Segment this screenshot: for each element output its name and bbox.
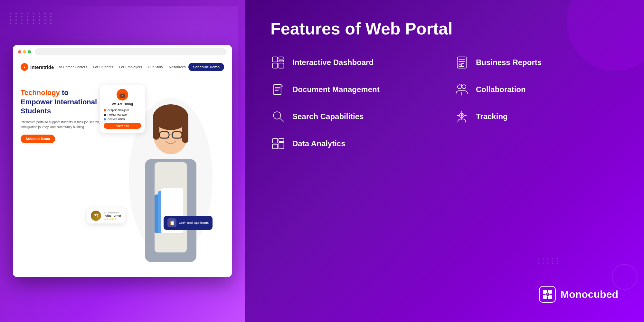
svg-rect-6 — [182, 114, 188, 143]
nav-resources[interactable]: Resources — [169, 65, 186, 69]
job-dot-1 — [104, 114, 106, 116]
feature-item-search-capabilities: Search Capabilities — [270, 109, 435, 124]
feature-item-interactive-dashboard: Interactive Dashboard — [270, 55, 435, 70]
nav-our-story[interactable]: Our Story — [148, 65, 163, 69]
svg-point-32 — [273, 112, 281, 119]
reports-icon — [454, 55, 469, 70]
site-logo: ▲ Interstride — [21, 63, 54, 71]
profile-card: PT 5 k Followers Paige Turner ★★★★★ — [87, 208, 125, 223]
feature-label-tracking: Tracking — [476, 112, 508, 121]
browser-dot-yellow — [23, 50, 26, 53]
profile-name: Paige Turner — [104, 214, 121, 217]
profile-avatar: PT — [91, 211, 101, 221]
job-dot-0 — [104, 109, 106, 111]
feature-label-business-reports: Business Reports — [476, 58, 542, 67]
feature-label-search-capabilities: Search Capabilities — [292, 112, 364, 121]
features-title: Features of Web Portal — [270, 19, 618, 39]
nav-students[interactable]: For Students — [93, 65, 113, 69]
svg-rect-24 — [274, 84, 281, 95]
hero-left: Technology toEmpower InternationalStuden… — [21, 82, 111, 262]
feature-item-tracking: Tracking — [454, 109, 618, 124]
browser-mockup: ▲ Interstride For Career Centers For Stu… — [13, 45, 232, 277]
browser-dots — [18, 50, 31, 53]
svg-rect-43 — [279, 142, 284, 148]
monocubed-brand: M Monocubed — [270, 286, 618, 303]
document-icon — [270, 82, 286, 97]
feature-label-interactive-dashboard: Interactive Dashboard — [292, 58, 374, 67]
job-card-title: We Are Hiring — [104, 102, 141, 106]
svg-point-29 — [462, 85, 466, 89]
applicants-badge-text: 180+ Total Applicants — [179, 221, 209, 224]
feature-item-data-analytics: Data Analytics — [270, 136, 435, 151]
svg-point-28 — [458, 85, 461, 89]
hero-title: Technology toEmpower InternationalStuden… — [21, 88, 111, 116]
svg-rect-15 — [279, 60, 284, 62]
job-item-2: Content Writer — [104, 118, 141, 121]
applicants-badge: 📋 180+ Total Applicants — [164, 216, 213, 230]
feature-label-document-management: Document Management — [292, 85, 380, 94]
profile-info: 5 k Followers Paige Turner ★★★★★ — [104, 211, 121, 221]
apply-now-button[interactable]: Apply Now — [104, 123, 141, 129]
feature-label-collaboration: Collaboration — [476, 85, 526, 94]
collaboration-icon — [454, 82, 469, 97]
site-nav: For Career Centers For Students For Empl… — [57, 65, 186, 69]
profile-followers: 5 k Followers — [104, 211, 121, 214]
logo-icon: ▲ — [21, 63, 28, 71]
tracking-icon — [454, 109, 469, 124]
svg-line-33 — [280, 118, 283, 122]
feature-item-business-reports: Business Reports — [454, 55, 618, 70]
svg-rect-16 — [273, 63, 278, 68]
right-panel: Features of Web Portal Interactive Dashb… — [245, 0, 644, 322]
svg-rect-5 — [153, 114, 159, 140]
feature-label-data-analytics: Data Analytics — [292, 139, 346, 148]
monocubed-logo-svg: M — [542, 289, 553, 299]
hero-cta-button[interactable]: Schedule Demo — [21, 135, 55, 143]
job-name-1: Project Manager — [108, 113, 128, 116]
nav-career-centers[interactable]: For Career Centers — [57, 65, 87, 69]
nav-employers[interactable]: For Employers — [119, 65, 142, 69]
features-grid: Interactive Dashboard Business Reports — [270, 55, 618, 151]
browser-nav — [13, 45, 232, 59]
feature-item-collaboration: Collaboration — [454, 82, 618, 97]
site-schedule-demo-button[interactable]: Schedule Demo — [188, 63, 224, 71]
job-dot-2 — [104, 118, 106, 120]
svg-rect-42 — [273, 144, 278, 149]
svg-rect-17 — [279, 63, 284, 68]
site-header: ▲ Interstride For Career Centers For Stu… — [13, 59, 232, 75]
job-name-0: Graphic Designer — [108, 109, 129, 112]
svg-rect-22 — [459, 65, 461, 66]
svg-text:M: M — [546, 292, 550, 297]
dot-pattern-decoration — [10, 13, 54, 24]
job-name-2: Content Writer — [108, 118, 125, 121]
browser-dot-red — [18, 50, 21, 53]
job-item-1: Project Manager — [104, 113, 141, 116]
applicants-badge-icon: 📋 — [167, 218, 176, 227]
monocubed-name: Monocubed — [560, 289, 618, 300]
analytics-icon — [270, 136, 286, 151]
hero-title-highlight: Technology — [21, 89, 60, 97]
browser-dot-green — [28, 50, 31, 53]
svg-rect-13 — [273, 57, 278, 62]
dashboard-icon — [270, 55, 286, 70]
svg-rect-23 — [462, 63, 464, 66]
left-panel: ▲ Interstride For Career Centers For Stu… — [0, 0, 245, 322]
browser-url-bar — [35, 48, 227, 55]
feature-item-document-management: Document Management — [270, 82, 435, 97]
job-card-icon: 💼 — [117, 89, 128, 100]
svg-point-35 — [461, 115, 462, 116]
svg-rect-40 — [273, 138, 278, 143]
monocubed-logo: M — [539, 286, 556, 303]
hero-description: Interactive portal to support students i… — [21, 120, 111, 129]
deco-dots-right — [538, 258, 560, 264]
job-item-0: Graphic Designer — [104, 109, 141, 112]
job-card: 💼 We Are Hiring Graphic Designer Project… — [100, 85, 145, 133]
search-icon — [270, 109, 286, 124]
site-hero: Technology toEmpower InternationalStuden… — [13, 75, 232, 262]
profile-stars: ★★★★★ — [104, 217, 121, 221]
logo-text: Interstride — [30, 64, 54, 70]
svg-rect-14 — [279, 57, 284, 59]
svg-rect-41 — [279, 138, 284, 141]
